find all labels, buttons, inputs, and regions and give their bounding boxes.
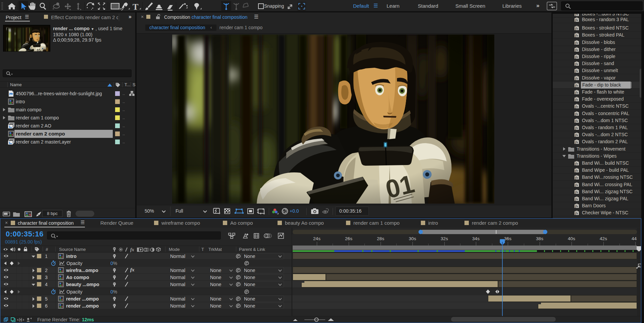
svg-text:30s: 30s: [409, 236, 416, 241]
svg-text:42s: 42s: [600, 236, 607, 241]
svg-text:26s: 26s: [345, 236, 352, 241]
svg-text:36s: 36s: [504, 236, 511, 241]
svg-text:28s: 28s: [377, 236, 384, 241]
svg-text:T: T: [133, 2, 138, 12]
svg-text:38s: 38s: [536, 236, 543, 241]
svg-text:24s: 24s: [313, 236, 320, 241]
svg-text:40s: 40s: [568, 236, 575, 241]
svg-text:34s: 34s: [472, 236, 480, 241]
svg-text:32s: 32s: [441, 236, 448, 241]
